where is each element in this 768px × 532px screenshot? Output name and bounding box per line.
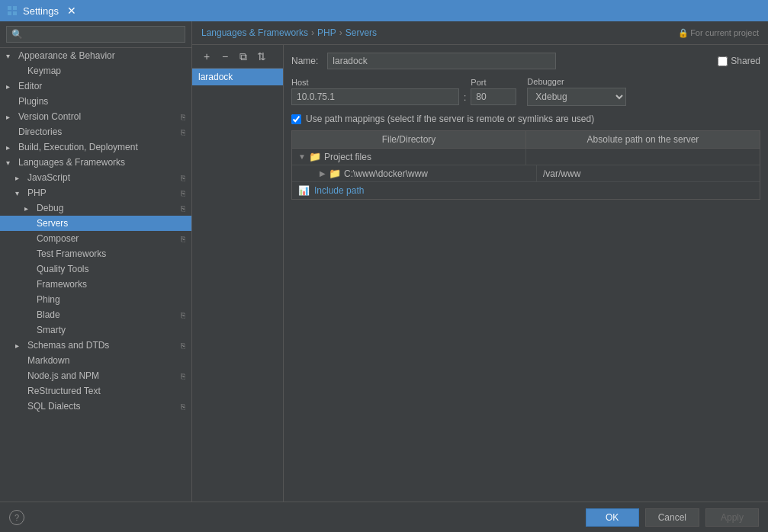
sidebar-label: Languages & Frameworks — [18, 157, 125, 168]
sidebar-item-appearance[interactable]: ▾Appearance & Behavior — [0, 48, 191, 63]
content-panel: Languages & Frameworks › PHP › Servers 🔒… — [192, 21, 768, 502]
include-path-row[interactable]: 📊 Include path — [292, 182, 760, 199]
port-input[interactable] — [471, 88, 516, 105]
sidebar-item-composer[interactable]: ▸Composer⎘ — [0, 231, 191, 246]
sidebar-label: Editor — [18, 81, 42, 91]
host-input[interactable] — [291, 88, 459, 105]
search-box[interactable] — [0, 21, 191, 48]
sidebar-item-plugins[interactable]: ▸Plugins — [0, 94, 191, 109]
sidebar-item-schemas-dtds[interactable]: ▸Schemas and DTDs⎘ — [0, 338, 191, 353]
sidebar-label: Node.js and NPM — [27, 370, 99, 381]
sidebar-item-javascript[interactable]: ▸JavaScript⎘ — [0, 170, 191, 185]
sidebar-badge: ⎘ — [181, 372, 185, 380]
expand-arrow: ▸ — [15, 174, 24, 182]
server-toolbar: + − ⧉ ⇅ — [192, 45, 283, 69]
expand-arrow: ▾ — [6, 159, 15, 167]
sidebar-badge: ⎘ — [181, 128, 185, 136]
sidebar-label: Schemas and DTDs — [27, 340, 109, 351]
server-list-item[interactable]: laradock — [192, 69, 283, 85]
cancel-button[interactable]: Cancel — [645, 508, 699, 527]
path-mappings-checkbox[interactable] — [291, 114, 301, 124]
expand-arrow: ▸ — [15, 341, 24, 350]
server-list-panel: + − ⧉ ⇅ laradock — [192, 45, 284, 502]
sidebar-item-markdown[interactable]: ▸Markdown — [0, 353, 191, 368]
sidebar-badge: ⎘ — [181, 189, 185, 197]
breadcrumb-servers[interactable]: Servers — [345, 27, 377, 38]
sidebar-badge: ⎘ — [181, 341, 185, 350]
ok-button[interactable]: OK — [586, 508, 639, 527]
path-mappings-label: Use path mappings (select if the server … — [306, 114, 594, 124]
sidebar-label: SQL Dialects — [27, 401, 81, 412]
sidebar-item-directories[interactable]: ▸Directories⎘ — [0, 124, 191, 139]
sidebar-item-version-control[interactable]: ▸Version Control⎘ — [0, 109, 191, 124]
table-row[interactable]: ▼ 📁 Project files — [292, 149, 760, 165]
window-title: Settings — [23, 5, 59, 17]
search-input[interactable] — [6, 26, 185, 43]
breadcrumb-php[interactable]: PHP — [317, 27, 336, 38]
file-directory-table: File/Directory Absolute path on the serv… — [291, 130, 760, 200]
docker-path-value: C:\www\docker\www — [344, 168, 428, 179]
server-config-panel: Name: Shared Host : Port — [284, 45, 768, 502]
server-path-value[interactable]: /var/www — [537, 166, 760, 181]
sidebar-label: Test Frameworks — [37, 248, 106, 259]
sidebar-item-frameworks[interactable]: ▸Frameworks — [0, 277, 191, 292]
sidebar-badge: ⎘ — [181, 311, 185, 319]
project-folder-icon: 📁 — [309, 151, 321, 162]
expand-arrow: ▾ — [6, 52, 15, 60]
path-mappings-row: Use path mappings (select if the server … — [291, 114, 760, 124]
help-button[interactable]: ? — [9, 510, 24, 525]
sidebar-item-quality-tools[interactable]: ▸Quality Tools — [0, 261, 191, 277]
shared-checkbox-row: Shared — [718, 56, 760, 66]
sidebar-item-keymap[interactable]: ▸Keymap — [0, 63, 191, 79]
shared-checkbox[interactable] — [718, 56, 728, 66]
sidebar-item-build[interactable]: ▸Build, Execution, Deployment — [0, 139, 191, 155]
sidebar-item-php[interactable]: ▾PHP⎘ — [0, 185, 191, 200]
app-icon — [6, 5, 18, 17]
expand-arrow: ▸ — [6, 113, 15, 121]
sidebar-item-sql-dialects[interactable]: ▸SQL Dialects⎘ — [0, 399, 191, 414]
sidebar-label: JavaScript — [27, 172, 70, 183]
sidebar-item-servers[interactable]: ▸Servers — [0, 216, 191, 231]
sidebar-item-nodejs-npm[interactable]: ▸Node.js and NPM⎘ — [0, 368, 191, 383]
sidebar-badge: ⎘ — [181, 174, 185, 182]
sidebar-item-debug[interactable]: ▸Debug⎘ — [0, 200, 191, 216]
sidebar-label: Smarty — [37, 325, 66, 335]
svg-rect-1 — [13, 6, 17, 10]
sidebar-item-phing[interactable]: ▸Phing — [0, 292, 191, 307]
sidebar-item-test-frameworks[interactable]: ▸Test Frameworks — [0, 246, 191, 261]
table-row[interactable]: ▶ 📁 C:\www\docker\www /var/www — [292, 165, 760, 182]
col-file-directory: File/Directory — [292, 131, 526, 148]
sidebar-item-smarty[interactable]: ▸Smarty — [0, 322, 191, 338]
sidebar-item-restructured-text[interactable]: ▸ReStructured Text — [0, 383, 191, 399]
sidebar-label: Servers — [37, 218, 68, 229]
sidebar-badge: ⎘ — [181, 113, 185, 121]
expand-arrow: ▾ — [15, 189, 24, 197]
project-scope: 🔒For current project — [678, 28, 759, 38]
sidebar-item-editor[interactable]: ▸Editor — [0, 79, 191, 94]
name-input[interactable] — [327, 53, 556, 69]
project-expand-icon[interactable]: ▼ — [298, 152, 306, 161]
sidebar-label: Build, Execution, Deployment — [18, 142, 138, 152]
expand-arrow: ▸ — [6, 82, 15, 91]
close-button[interactable]: ✕ — [63, 2, 80, 19]
project-files-label: Project files — [324, 152, 371, 162]
debugger-select[interactable]: Xdebug Zend Debugger None — [527, 88, 626, 106]
docker-expand-icon[interactable]: ▶ — [320, 169, 326, 178]
move-server-button[interactable]: ⇅ — [253, 48, 270, 65]
sidebar-item-languages[interactable]: ▾Languages & Frameworks — [0, 155, 191, 170]
sidebar-item-blade[interactable]: ▸Blade⎘ — [0, 307, 191, 322]
docker-folder-icon: 📁 — [329, 168, 341, 179]
svg-rect-0 — [8, 6, 11, 10]
remove-server-button[interactable]: − — [217, 48, 233, 65]
include-path-label: Include path — [314, 185, 364, 196]
host-label: Host — [291, 78, 459, 87]
sidebar: ▾Appearance & Behavior▸Keymap▸Editor▸Plu… — [0, 21, 192, 502]
svg-rect-3 — [13, 11, 17, 15]
sidebar-label: Appearance & Behavior — [18, 50, 115, 61]
sidebar-label: Blade — [37, 309, 60, 320]
apply-button[interactable]: Apply — [705, 508, 759, 527]
sidebar-label: ReStructured Text — [27, 386, 101, 396]
breadcrumb-languages[interactable]: Languages & Frameworks — [201, 27, 308, 38]
copy-server-button[interactable]: ⧉ — [235, 48, 252, 65]
add-server-button[interactable]: + — [198, 48, 215, 65]
